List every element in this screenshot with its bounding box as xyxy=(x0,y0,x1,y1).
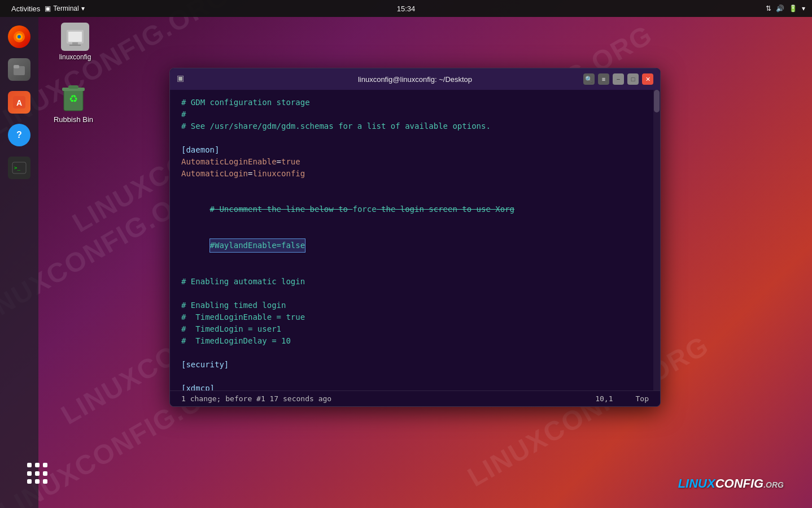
terminal-menu-button[interactable]: ≡ xyxy=(598,73,609,85)
terminal-controls: 🔍 ≡ − □ ✕ xyxy=(583,73,653,85)
terminal-statusbar: 1 change; before #1 17 seconds ago 10,1 … xyxy=(170,390,660,406)
terminal-search-button[interactable]: 🔍 xyxy=(583,73,595,85)
terminal-dock-icon: >_ xyxy=(8,157,30,179)
terminal-indicator[interactable]: ▣ Terminal ▾ xyxy=(45,5,84,12)
terminal-title-left: ▣ xyxy=(177,73,188,85)
rubbish-bin-icon: ♻ xyxy=(56,79,90,113)
system-menu-icon[interactable]: ▾ xyxy=(802,5,805,12)
app-dot xyxy=(43,471,47,476)
sidebar-item-help[interactable]: ? xyxy=(5,121,33,149)
app-grid-button[interactable] xyxy=(27,463,50,485)
term-line: # TimedLoginDelay = 10 xyxy=(181,335,649,347)
sidebar-item-files[interactable] xyxy=(5,55,33,84)
svg-rect-17 xyxy=(68,85,78,89)
sidebar-item-firefox[interactable] xyxy=(5,23,33,51)
term-line-force-comment: # Uncomment the line below to force the … xyxy=(181,192,649,227)
brand-text-suffix: .ORG xyxy=(763,480,784,489)
terminal-title: linuxconfig@linuxconfig: ~/Desktop xyxy=(358,75,472,84)
terminal-indicator-label: Terminal xyxy=(53,5,78,12)
terminal-scrollbar[interactable] xyxy=(653,90,660,390)
svg-rect-4 xyxy=(14,65,19,68)
term-line xyxy=(181,180,649,192)
brand-logo: LINUXCONFIG.ORG xyxy=(678,476,784,491)
scrollbar-thumb[interactable] xyxy=(654,90,660,112)
svg-text:♻: ♻ xyxy=(69,93,78,105)
term-line xyxy=(181,288,649,299)
top-bar: Activities ▣ Terminal ▾ 15:34 ⇅ 🔊 🔋 ▾ xyxy=(0,0,812,17)
brand-text-config: CONFIG xyxy=(715,476,764,490)
linuxconfig-label: linuxconfig xyxy=(59,53,91,61)
firefox-icon xyxy=(8,25,30,48)
sidebar: A ? >_ xyxy=(0,17,38,508)
app-dot xyxy=(43,479,47,484)
term-line: # See /usr/share/gdm/gdm.schemas for a l… xyxy=(181,120,649,132)
term-line: [security] xyxy=(181,359,649,371)
desktop-icon-linuxconfig[interactable]: linuxconfig xyxy=(53,23,98,61)
terminal-dropdown-icon[interactable]: ▾ xyxy=(81,5,85,12)
term-line: # TimedLoginEnable = true xyxy=(181,311,649,323)
top-bar-left: Activities ▣ Terminal ▾ xyxy=(7,5,85,13)
statusbar-position: 10,1 xyxy=(595,394,613,403)
terminal-window: ▣ linuxconfig@linuxconfig: ~/Desktop 🔍 ≡… xyxy=(169,68,661,407)
svg-rect-13 xyxy=(72,42,78,45)
svg-text:?: ? xyxy=(16,130,22,140)
app-dot xyxy=(27,463,32,467)
network-icon[interactable]: ⇅ xyxy=(766,5,771,12)
svg-text:A: A xyxy=(16,98,22,107)
terminal-content[interactable]: # GDM configuration storage # # See /usr… xyxy=(170,90,660,390)
term-line: AutomaticLogin=linuxconfig xyxy=(181,168,649,180)
app-dot xyxy=(35,479,40,484)
statusbar-scroll: Top xyxy=(636,394,649,403)
term-line: # TimedLogin = user1 xyxy=(181,323,649,335)
terminal-close-button[interactable]: ✕ xyxy=(642,73,653,85)
audio-icon[interactable]: 🔊 xyxy=(776,5,784,12)
terminal-minimize-button[interactable]: − xyxy=(613,73,624,85)
term-line: [daemon] xyxy=(181,144,649,156)
svg-point-2 xyxy=(18,35,21,38)
term-line xyxy=(181,347,649,359)
brand-text-linux: LINUX xyxy=(678,476,715,490)
svg-rect-12 xyxy=(68,32,82,42)
sidebar-item-terminal[interactable]: >_ xyxy=(5,154,33,182)
term-line-wayland: #WaylandEnable=false xyxy=(181,227,649,264)
svg-rect-14 xyxy=(69,45,81,46)
sidebar-item-software[interactable]: A xyxy=(5,88,33,116)
linuxconfig-icon xyxy=(61,23,89,51)
activities-button[interactable]: Activities xyxy=(7,5,45,13)
terminal-maximize-button[interactable]: □ xyxy=(627,73,639,85)
terminal-title-icon: ▣ xyxy=(177,73,188,85)
statusbar-status: 1 change; before #1 17 seconds ago xyxy=(181,394,331,403)
term-line xyxy=(181,264,649,276)
term-line: # xyxy=(181,108,649,120)
top-bar-right: ⇅ 🔊 🔋 ▾ xyxy=(766,5,805,12)
files-icon xyxy=(8,58,30,81)
term-line: # Enabling timed login xyxy=(181,299,649,311)
software-icon: A xyxy=(8,91,30,114)
term-line: AutomaticLoginEnable=true xyxy=(181,156,649,168)
rubbish-bin-label: Rubbish Bin xyxy=(54,115,93,124)
terminal-indicator-icon: ▣ xyxy=(45,5,51,12)
term-line: # GDM configuration storage xyxy=(181,97,649,108)
top-bar-clock: 15:34 xyxy=(397,5,416,13)
app-dot xyxy=(35,471,40,476)
statusbar-right: 10,1 Top xyxy=(595,394,649,403)
svg-text:>_: >_ xyxy=(14,165,20,171)
terminal-titlebar: ▣ linuxconfig@linuxconfig: ~/Desktop 🔍 ≡… xyxy=(170,68,660,90)
term-line: [xdmcp] xyxy=(181,383,649,390)
help-icon: ? xyxy=(8,124,30,146)
app-dot xyxy=(27,479,32,484)
rubbish-bin-desktop-icon[interactable]: ♻ Rubbish Bin xyxy=(45,79,102,124)
battery-icon[interactable]: 🔋 xyxy=(789,5,797,12)
app-dot xyxy=(27,471,32,476)
term-line xyxy=(181,371,649,383)
app-dot xyxy=(43,463,47,467)
app-dot xyxy=(35,463,40,467)
term-line: # Enabling automatic login xyxy=(181,276,649,288)
term-line xyxy=(181,132,649,144)
